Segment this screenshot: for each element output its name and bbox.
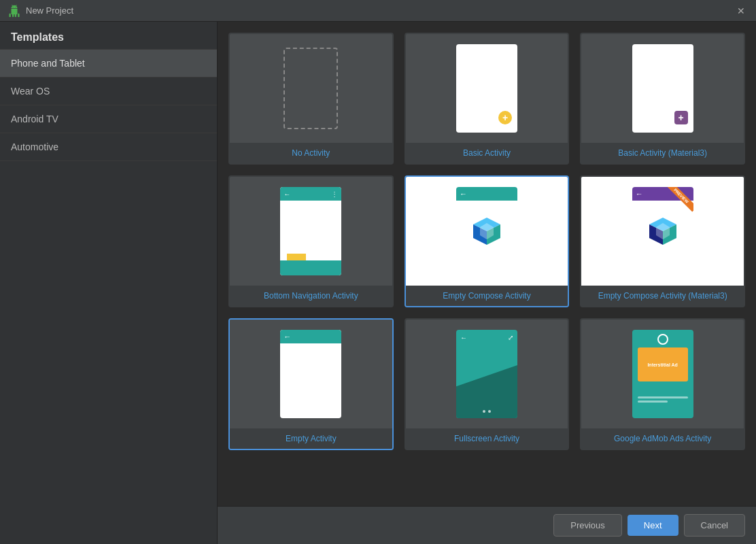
no-activity-icon [284, 48, 338, 129]
preview-fullscreen: ← ⤢ [406, 320, 568, 428]
bottom-nav-icon: ← ⋮ [280, 187, 341, 275]
expand-icon: ⤢ [508, 334, 513, 341]
label-fullscreen: Fullscreen Activity [406, 428, 568, 449]
preview-basic-activity: + [406, 34, 568, 143]
main-container: Templates Phone and Tablet Wear OS Andro… [0, 22, 756, 544]
ad-label: Interstitial Ad [647, 362, 677, 367]
fab-m3-icon: + [674, 111, 688, 124]
preview-badge-container: PREVIEW [666, 187, 693, 214]
preview-empty-compose: ← [406, 177, 568, 286]
compose-m3-icon: ← PREVIEW [632, 187, 693, 275]
preview-no-activity [230, 34, 392, 143]
preview-admob: Interstitial Ad [581, 320, 744, 428]
android-icon [8, 5, 20, 17]
template-card-admob[interactable]: Interstitial Ad Google AdMob Ads Activit… [580, 318, 745, 450]
bottom-nav-bar [280, 260, 341, 275]
compose-app-bar: ← [456, 187, 517, 201]
label-admob: Google AdMob Ads Activity [581, 428, 744, 449]
fab-icon: + [498, 111, 512, 124]
basic-activity-m3-icon: + [632, 44, 693, 133]
window-title: New Project [26, 5, 73, 16]
label-empty-compose: Empty Compose Activity [406, 286, 568, 306]
admob-icon: Interstitial Ad [632, 330, 693, 418]
ad-lines [638, 396, 688, 405]
dot-1 [483, 410, 485, 413]
template-card-basic-activity[interactable]: + Basic Activity [405, 33, 570, 165]
dot-2 [488, 410, 491, 413]
template-card-empty-compose[interactable]: ← [405, 175, 570, 307]
app-bar: ← ⋮ [280, 187, 341, 201]
dots-bar [483, 410, 491, 413]
empty-activity-icon: ← [280, 330, 341, 418]
sidebar-item-wear-os[interactable]: Wear OS [0, 78, 217, 105]
content-area: No Activity + Basic Activity + Basic [218, 22, 756, 544]
empty-back-arrow: ← [284, 333, 291, 341]
ad-line-1 [638, 396, 688, 398]
template-card-basic-activity-m3[interactable]: + Basic Activity (Material3) [580, 33, 745, 165]
cancel-button[interactable]: Cancel [684, 514, 745, 537]
compose-m3-back-arrow: ← [636, 190, 643, 198]
fullscreen-icon: ← ⤢ [456, 330, 517, 418]
close-button[interactable]: ✕ [734, 4, 748, 18]
previous-button[interactable]: Previous [553, 514, 622, 537]
label-bottom-nav: Bottom Navigation Activity [230, 286, 392, 306]
preview-empty-activity: ← [230, 320, 392, 428]
ad-card: Interstitial Ad [638, 347, 688, 381]
label-basic-activity: Basic Activity [406, 143, 568, 163]
preview-badge: PREVIEW [666, 187, 693, 211]
sidebar-section-header: Templates [0, 22, 217, 50]
compose-cube-icon [470, 214, 504, 248]
template-card-fullscreen[interactable]: ← ⤢ Fullscreen Activity [405, 318, 570, 450]
title-bar: New Project ✕ [0, 0, 756, 22]
template-card-bottom-nav[interactable]: ← ⋮ Bottom Navigation Activity [228, 175, 394, 307]
preview-empty-compose-m3: ← PREVIEW [581, 177, 744, 286]
preview-bottom-nav: ← ⋮ [230, 177, 392, 286]
sidebar-item-phone-tablet[interactable]: Phone and Tablet [0, 50, 217, 78]
basic-activity-icon: + [456, 44, 517, 133]
footer: Previous Next Cancel [218, 506, 756, 544]
title-bar-left: New Project [8, 5, 73, 17]
ad-line-2 [638, 401, 668, 403]
template-card-empty-activity[interactable]: ← Empty Activity [228, 318, 394, 450]
back-arrow-icon: ← [284, 190, 290, 198]
label-basic-activity-m3: Basic Activity (Material3) [581, 143, 744, 163]
compose-m3-cube-icon [646, 214, 680, 248]
template-card-no-activity[interactable]: No Activity [228, 33, 394, 165]
label-empty-activity: Empty Activity [230, 428, 392, 449]
label-no-activity: No Activity [230, 143, 392, 163]
compose-back-arrow: ← [460, 190, 467, 198]
menu-dots-icon: ⋮ [331, 190, 338, 198]
label-empty-compose-m3: Empty Compose Activity (Material3) [581, 286, 744, 306]
next-button[interactable]: Next [628, 515, 678, 536]
compose-icon: ← [456, 187, 517, 275]
sidebar: Templates Phone and Tablet Wear OS Andro… [0, 22, 218, 544]
ad-circle [657, 334, 668, 345]
preview-basic-activity-m3: + [581, 34, 744, 143]
empty-app-bar: ← [280, 330, 341, 343]
sidebar-item-automotive[interactable]: Automotive [0, 133, 217, 161]
sidebar-item-android-tv[interactable]: Android TV [0, 105, 217, 133]
yellow-accent [287, 254, 306, 260]
template-card-empty-compose-m3[interactable]: ← PREVIEW [580, 175, 745, 307]
template-grid: No Activity + Basic Activity + Basic [218, 22, 756, 506]
fullscreen-back-arrow: ← [460, 334, 467, 341]
